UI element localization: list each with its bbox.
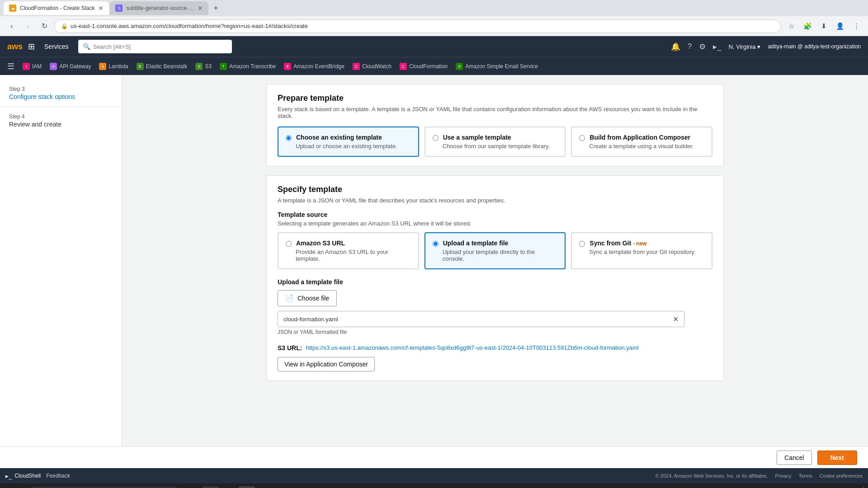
tab2-close-icon[interactable]: ✕ bbox=[198, 5, 203, 12]
source-s3url-title: Amazon S3 URL bbox=[296, 239, 345, 247]
view-in-composer-button[interactable]: View in Application Composer bbox=[278, 357, 375, 371]
step3-title[interactable]: Configure stack options bbox=[9, 93, 113, 100]
reload-button[interactable]: ↻ bbox=[38, 20, 51, 33]
page-footer: Cancel Next bbox=[0, 446, 868, 468]
back-button[interactable]: ‹ bbox=[5, 20, 18, 33]
start-button[interactable] bbox=[4, 484, 24, 488]
service-item-iam[interactable]: I IAM bbox=[19, 61, 45, 71]
view-composer-label: View in Application Composer bbox=[284, 361, 368, 368]
source-s3url-radio[interactable] bbox=[286, 241, 292, 247]
file-clear-icon[interactable]: ✕ bbox=[667, 315, 684, 324]
tab2-title: subtitle-generator-source-code bbox=[126, 5, 194, 11]
source-option-git[interactable]: Sync from Git - new Sync a template from… bbox=[571, 232, 712, 269]
profile-button[interactable]: 👤 bbox=[834, 20, 846, 33]
service-item-eventbridge[interactable]: E Amazon EventBridge bbox=[280, 61, 348, 71]
forward-button[interactable]: › bbox=[22, 20, 34, 33]
settings-icon[interactable]: ⚙ bbox=[699, 42, 706, 52]
taskbar-icon-chrome[interactable]: 🌐 bbox=[239, 486, 255, 488]
taskbar-icon-task-view[interactable]: ⧉ bbox=[184, 486, 201, 488]
prepare-template-desc: Every stack is based on a template. A te… bbox=[278, 106, 712, 119]
main-layout: Step 3 Configure stack options Step 4 Re… bbox=[0, 75, 868, 446]
windows-taskbar: 🔍 Type here to search ⧉ 📁 🦊 🌐 🖥️ ⬛ 🌤️ 1°… bbox=[0, 483, 868, 488]
source-option-upload[interactable]: Upload a template file Upload your templ… bbox=[425, 232, 566, 269]
bookmark-button[interactable]: ☆ bbox=[785, 20, 797, 33]
step4-title[interactable]: Review and create bbox=[9, 121, 113, 128]
service-item-lambda[interactable]: λ Lambda bbox=[95, 61, 132, 71]
aws-topbar: aws ⊞ Services 🔍 🔔 ? ⚙ ▸_ N. Virginia ▾ … bbox=[0, 36, 868, 57]
address-bar[interactable]: 🔒 us-east-1.console.aws.amazon.com/cloud… bbox=[54, 19, 781, 33]
bell-icon[interactable]: 🔔 bbox=[671, 42, 680, 52]
services-button[interactable]: Services bbox=[40, 41, 73, 52]
content-inner: Prepare template Every stack is based on… bbox=[255, 75, 735, 426]
aws-search-bar[interactable]: 🔍 bbox=[78, 40, 232, 53]
services-bar: ☰ I IAM A API Gateway λ Lambda E Elastic… bbox=[0, 57, 868, 75]
menu-button[interactable]: ⋮ bbox=[850, 20, 863, 33]
source-upload-radio[interactable] bbox=[433, 241, 439, 247]
sidebar-step3[interactable]: Step 3 Configure stack options bbox=[0, 82, 122, 104]
template-option-composer[interactable]: Build from Application Composer Create a… bbox=[571, 127, 712, 157]
service-item-cloudwatch[interactable]: C CloudWatch bbox=[349, 61, 395, 71]
template-option-sample-title: Use a sample template bbox=[443, 134, 511, 141]
upload-section-label: Upload a template file bbox=[278, 278, 712, 286]
template-option-composer-radio[interactable] bbox=[579, 135, 585, 141]
next-button[interactable]: Next bbox=[817, 450, 857, 465]
tab1-close-icon[interactable]: ✕ bbox=[98, 5, 104, 12]
specify-template-title: Specify template bbox=[278, 185, 712, 194]
bottom-bar: ▸_ CloudShell Feedback © 2024, Amazon We… bbox=[0, 468, 868, 483]
taskbar-icon-firefox[interactable]: 🦊 bbox=[221, 486, 237, 488]
template-option-existing[interactable]: Choose an existing template Upload or ch… bbox=[278, 127, 419, 157]
cloudshell-icon[interactable]: ▸_ bbox=[713, 42, 721, 52]
browser-tabs-bar: ☁ CloudFormation - Create Stack ✕ S subt… bbox=[0, 0, 868, 16]
sidebar-toggle-btn[interactable]: ☰ bbox=[4, 59, 18, 74]
cookie-preferences-link[interactable]: Cookie preferences bbox=[820, 473, 863, 479]
cloudshell-button[interactable]: ▸_ CloudShell bbox=[5, 473, 41, 479]
template-option-sample-radio[interactable] bbox=[433, 135, 439, 141]
service-item-ses[interactable]: S Amazon Simple Email Service bbox=[452, 61, 542, 71]
browser-tab-inactive[interactable]: S subtitle-generator-source-code ✕ bbox=[110, 1, 208, 15]
service-item-elastic-beanstalk[interactable]: E Elastic Beanstalk bbox=[133, 61, 191, 71]
terms-link[interactable]: Terms bbox=[799, 473, 812, 479]
grid-icon[interactable]: ⊞ bbox=[28, 42, 35, 52]
choose-file-button[interactable]: 📄 Choose file bbox=[278, 290, 337, 306]
cancel-label: Cancel bbox=[784, 454, 804, 461]
browser-tab-active[interactable]: ☁ CloudFormation - Create Stack ✕ bbox=[4, 1, 109, 15]
prepare-template-card: Prepare template Every stack is based on… bbox=[266, 84, 724, 166]
feedback-button[interactable]: Feedback bbox=[46, 473, 70, 479]
show-desktop-button[interactable] bbox=[863, 486, 864, 488]
download-button[interactable]: ⬇ bbox=[817, 20, 830, 33]
privacy-link[interactable]: Privacy bbox=[775, 473, 792, 479]
account-info[interactable]: aditya-main @ aditya-test-organization bbox=[768, 43, 861, 50]
browser-toolbar: ‹ › ↻ 🔒 us-east-1.console.aws.amazon.com… bbox=[0, 16, 868, 36]
source-option-s3url[interactable]: Amazon S3 URL Provide an Amazon S3 URL t… bbox=[278, 232, 419, 269]
sidebar-step4[interactable]: Step 4 Review and create bbox=[0, 110, 122, 131]
aws-logo[interactable]: aws bbox=[7, 42, 23, 52]
tab1-favicon: ☁ bbox=[9, 5, 16, 12]
template-option-sample-header: Use a sample template bbox=[433, 134, 558, 141]
source-git-radio[interactable] bbox=[579, 241, 585, 247]
cancel-button[interactable]: Cancel bbox=[777, 450, 812, 465]
browser-chrome: ☁ CloudFormation - Create Stack ✕ S subt… bbox=[0, 0, 868, 36]
search-input[interactable] bbox=[93, 43, 227, 50]
sidebar: Step 3 Configure stack options Step 4 Re… bbox=[0, 75, 122, 446]
step4-number: Step 4 bbox=[9, 113, 113, 120]
service-item-api-gateway[interactable]: A API Gateway bbox=[46, 61, 94, 71]
template-option-sample[interactable]: Use a sample template Choose from our sa… bbox=[425, 127, 566, 157]
specify-template-desc: A template is a JSON or YAML file that d… bbox=[278, 197, 712, 204]
feedback-label: Feedback bbox=[46, 473, 70, 479]
template-option-sample-desc: Choose from our sample template library. bbox=[433, 143, 558, 150]
new-tab-button[interactable]: + bbox=[209, 2, 222, 14]
taskbar-icon-terminal[interactable]: ⬛ bbox=[275, 486, 291, 488]
taskbar-icon-file-explorer[interactable]: 📁 bbox=[203, 486, 219, 488]
help-icon[interactable]: ? bbox=[688, 42, 692, 51]
service-item-cloudformation[interactable]: C CloudFormation bbox=[396, 61, 451, 71]
taskbar-icon-browser2[interactable]: 🖥️ bbox=[257, 486, 273, 488]
taskbar-clock[interactable]: 9:31 PM 09-Apr-24 bbox=[830, 486, 859, 488]
source-s3url-desc: Provide an Amazon S3 URL to your templat… bbox=[286, 249, 411, 262]
extensions-button[interactable]: 🧩 bbox=[801, 20, 814, 33]
service-item-s3[interactable]: S S3 bbox=[192, 61, 215, 71]
template-option-existing-radio[interactable] bbox=[286, 135, 292, 141]
s3-url-section: S3 URL: https://s3.us-east-1.amazonaws.c… bbox=[278, 344, 712, 352]
source-git-title: Sync from Git - new bbox=[590, 239, 646, 247]
service-item-transcribe[interactable]: T Amazon Transcribe bbox=[216, 61, 279, 71]
region-selector[interactable]: N. Virginia ▾ bbox=[729, 43, 761, 50]
